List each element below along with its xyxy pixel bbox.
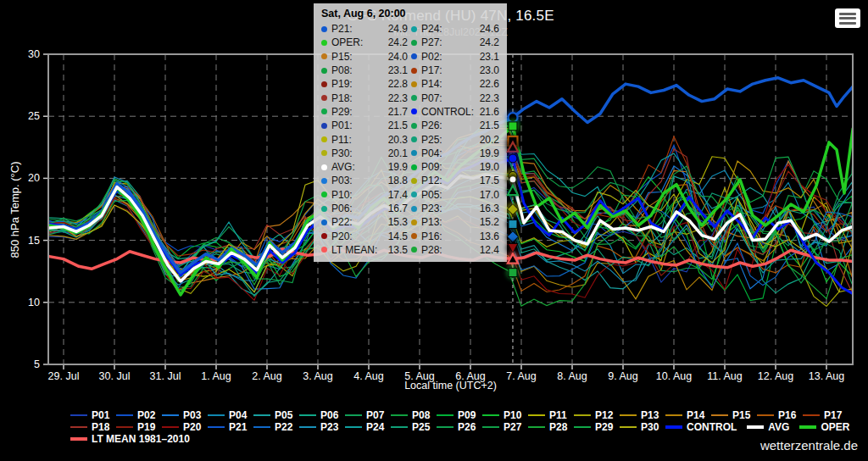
series-value: 20.1 bbox=[388, 147, 408, 159]
series-color-dot bbox=[321, 108, 327, 114]
legend-item-P24: P24 bbox=[345, 421, 391, 433]
legend-label: LT MEAN 1981–2010 bbox=[92, 433, 190, 445]
legend-item-P22: P22 bbox=[253, 421, 299, 433]
tooltip-entry-P15: P15:24.0 bbox=[321, 50, 408, 64]
legend-label: AVG bbox=[768, 421, 789, 433]
tooltip-entry-P12: P12:17.5 bbox=[411, 174, 499, 187]
tooltip-entry-P13: P13:15.2 bbox=[411, 215, 499, 229]
series-value: 15.2 bbox=[480, 216, 499, 228]
legend-label: P03 bbox=[183, 409, 201, 421]
series-color-dot bbox=[321, 123, 327, 129]
series-name: P15: bbox=[331, 51, 353, 63]
series-name: P24: bbox=[421, 23, 442, 35]
y-tick-label: 30 bbox=[28, 48, 40, 60]
series-color-dot bbox=[321, 68, 327, 74]
series-color-dot bbox=[321, 136, 327, 142]
legend-item-P25: P25 bbox=[391, 421, 437, 433]
series-name: P21: bbox=[331, 23, 353, 35]
legend-item-P29: P29 bbox=[574, 421, 620, 433]
series-value: 20.2 bbox=[480, 134, 499, 146]
series-value: 17.0 bbox=[480, 189, 499, 201]
series-name: P05: bbox=[421, 189, 442, 201]
series-color-dot bbox=[321, 26, 327, 32]
series-value: 12.4 bbox=[480, 244, 499, 256]
series-color-dot bbox=[411, 40, 417, 46]
series-name: P03: bbox=[331, 175, 353, 186]
series-value: 23.1 bbox=[388, 64, 408, 76]
series-name: P16: bbox=[421, 230, 442, 242]
tooltip-entry-P20: P20:14.5 bbox=[321, 229, 408, 242]
series-value: 21.7 bbox=[388, 106, 408, 118]
tooltip-entry-P03: P03:18.8 bbox=[321, 174, 408, 187]
series-name: P23: bbox=[421, 203, 442, 214]
legend-item-OPER: OPER bbox=[799, 421, 860, 433]
series-color-dot bbox=[321, 247, 327, 253]
series-value: 13.5 bbox=[388, 244, 408, 256]
series-value: 19.9 bbox=[480, 147, 499, 159]
series-color-dot bbox=[411, 95, 417, 101]
legend-item-P07: P07 bbox=[345, 409, 391, 421]
legend-swatch bbox=[345, 426, 362, 428]
legend-swatch bbox=[208, 414, 225, 416]
legend-item-P11: P11 bbox=[528, 409, 574, 421]
series-value: 21.5 bbox=[388, 119, 408, 131]
series-color-dot bbox=[411, 206, 417, 212]
legend-swatch bbox=[299, 414, 316, 416]
legend-swatch bbox=[620, 414, 637, 416]
series-name: P22: bbox=[331, 216, 353, 228]
series-color-dot bbox=[411, 81, 417, 87]
series-color-dot bbox=[321, 178, 327, 184]
legend-item-P18: P18 bbox=[70, 421, 116, 433]
hamburger-menu-icon[interactable] bbox=[835, 8, 860, 28]
legend-swatch bbox=[574, 414, 591, 416]
legend-label: P08 bbox=[412, 409, 430, 421]
legend-label: P10 bbox=[504, 409, 521, 421]
series-name: P01: bbox=[331, 119, 353, 131]
legend-label: P20 bbox=[183, 421, 201, 433]
legend-item-P27: P27 bbox=[482, 421, 528, 433]
series-color-dot bbox=[411, 219, 417, 225]
legend-swatch bbox=[345, 414, 362, 416]
series-name: AVG: bbox=[331, 161, 355, 173]
series-color-dot bbox=[411, 150, 417, 156]
legend-swatch bbox=[665, 414, 682, 416]
legend-label: P09 bbox=[458, 409, 476, 421]
ensemble-chart-page: 5101520253029. Jul30. Jul31. Jul1. Aug2.… bbox=[0, 0, 868, 461]
legend-swatch bbox=[437, 426, 453, 428]
series-color-dot bbox=[321, 40, 327, 46]
series-name: P29: bbox=[331, 106, 353, 118]
legend-item-P08: P08 bbox=[391, 409, 437, 421]
tooltip-entry-P25: P25:20.2 bbox=[411, 132, 499, 146]
legend-label: P29 bbox=[595, 421, 613, 433]
legend-item-P21: P21 bbox=[208, 421, 253, 433]
legend-swatch bbox=[253, 426, 270, 428]
series-color-dot bbox=[321, 95, 327, 101]
legend-swatch bbox=[747, 425, 764, 429]
tooltip-entry-AVG: AVG:19.9 bbox=[321, 160, 408, 174]
legend-label: P05 bbox=[275, 409, 292, 421]
legend-swatch bbox=[391, 414, 408, 416]
legend-label: P06 bbox=[320, 409, 338, 421]
legend-label: P22 bbox=[275, 421, 292, 433]
tooltip-entry-P04: P04:19.9 bbox=[411, 147, 499, 160]
series-color-dot bbox=[411, 247, 417, 253]
tooltip-entry-P30: P30:20.1 bbox=[321, 147, 408, 160]
legend-swatch bbox=[711, 414, 728, 416]
legend-item-P09: P09 bbox=[437, 409, 482, 421]
series-color-dot bbox=[411, 53, 417, 59]
series-color-dot bbox=[411, 178, 417, 184]
legend-swatch bbox=[70, 414, 87, 416]
tooltip-entry-LT-MEAN: LT MEAN:13.5 bbox=[321, 243, 408, 257]
tooltip-entry-P27: P27:24.2 bbox=[411, 36, 499, 49]
y-tick-label: 15 bbox=[28, 235, 40, 247]
series-value: 23.1 bbox=[480, 51, 499, 63]
tooltip-entry-P10: P10:17.4 bbox=[321, 188, 408, 202]
watermark-brand: wetterzentrale.de bbox=[760, 438, 858, 453]
series-value: 22.3 bbox=[480, 92, 499, 104]
series-name: P09: bbox=[421, 161, 442, 173]
legend-label: CONTROL bbox=[687, 421, 737, 433]
legend-swatch bbox=[208, 426, 225, 428]
legend-item-P16: P16 bbox=[757, 409, 803, 421]
legend-row-3: LT MEAN 1981–2010 bbox=[70, 433, 863, 445]
series-name: P06: bbox=[331, 203, 353, 214]
